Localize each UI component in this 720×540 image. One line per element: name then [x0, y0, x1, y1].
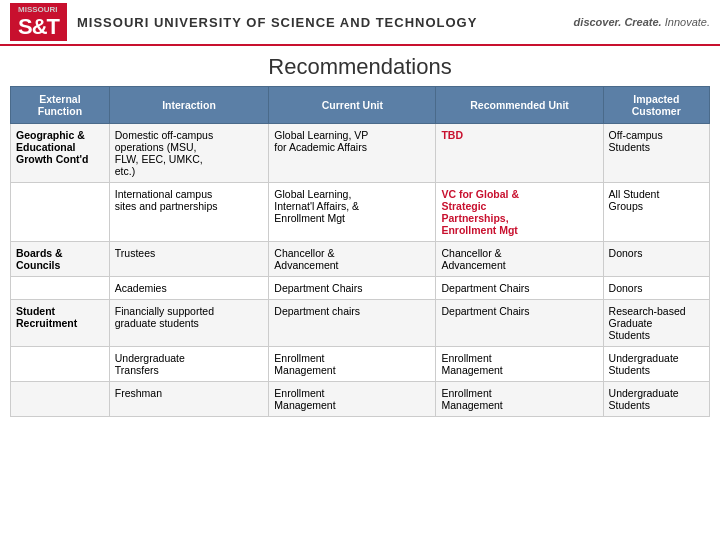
header: MISSOURI S&T Missouri University of Scie… [0, 0, 720, 46]
cell-int: UndergraduateTransfers [109, 347, 269, 382]
col-header-external: ExternalFunction [11, 87, 110, 124]
cell-imp: Off-campusStudents [603, 124, 709, 183]
table-row: AcademiesDepartment ChairsDepartment Cha… [11, 277, 710, 300]
cell-imp: Donors [603, 277, 709, 300]
col-header-recommended: Recommended Unit [436, 87, 603, 124]
logo-st: S&T [18, 14, 59, 40]
table-row: FreshmanEnrollmentManagementEnrollmentMa… [11, 382, 710, 417]
cell-rec: Department Chairs [436, 300, 603, 347]
cell-ext [11, 347, 110, 382]
cell-imp: All StudentGroups [603, 183, 709, 242]
university-name: Missouri University of Science and Techn… [77, 15, 574, 30]
cell-ext: StudentRecruitment [11, 300, 110, 347]
cell-cur: Department Chairs [269, 277, 436, 300]
cell-cur: Chancellor &Advancement [269, 242, 436, 277]
cell-cur: EnrollmentManagement [269, 347, 436, 382]
cell-cur: Department chairs [269, 300, 436, 347]
cell-ext [11, 382, 110, 417]
col-header-current: Current Unit [269, 87, 436, 124]
recommendations-table: ExternalFunction Interaction Current Uni… [10, 86, 710, 417]
table-row: UndergraduateTransfersEnrollmentManageme… [11, 347, 710, 382]
cell-imp: Research-basedGraduateStudents [603, 300, 709, 347]
cell-int: Domestic off-campusoperations (MSU,FLW, … [109, 124, 269, 183]
table-row: StudentRecruitmentFinancially supportedg… [11, 300, 710, 347]
cell-ext: Boards &Councils [11, 242, 110, 277]
table-row: Geographic &EducationalGrowth Cont'dDome… [11, 124, 710, 183]
cell-rec: EnrollmentManagement [436, 347, 603, 382]
table-row: Boards &CouncilsTrusteesChancellor &Adva… [11, 242, 710, 277]
tagline: discover. Create. Innovate. [574, 16, 710, 28]
tagline-suffix: Innovate. [665, 16, 710, 28]
cell-int: Freshman [109, 382, 269, 417]
cell-ext [11, 277, 110, 300]
cell-int: Financially supportedgraduate students [109, 300, 269, 347]
logo-state: MISSOURI [18, 5, 59, 14]
cell-rec: VC for Global &StrategicPartnerships,Enr… [436, 183, 603, 242]
table-header-row: ExternalFunction Interaction Current Uni… [11, 87, 710, 124]
cell-rec: Chancellor &Advancement [436, 242, 603, 277]
cell-int: Academies [109, 277, 269, 300]
cell-imp: Donors [603, 242, 709, 277]
cell-cur: Global Learning,Internat'l Affairs, &Enr… [269, 183, 436, 242]
logo: MISSOURI S&T [10, 3, 67, 41]
tagline-bold: Create. [624, 16, 661, 28]
table-row: International campussites and partnershi… [11, 183, 710, 242]
recommendations-table-wrap: ExternalFunction Interaction Current Uni… [0, 86, 720, 425]
cell-int: Trustees [109, 242, 269, 277]
col-header-interaction: Interaction [109, 87, 269, 124]
cell-rec: EnrollmentManagement [436, 382, 603, 417]
cell-cur: Global Learning, VPfor Academic Affairs [269, 124, 436, 183]
tagline-prefix: discover. [574, 16, 622, 28]
cell-int: International campussites and partnershi… [109, 183, 269, 242]
cell-rec: TBD [436, 124, 603, 183]
cell-imp: UndergraduateStudents [603, 347, 709, 382]
cell-imp: UndergraduateStudents [603, 382, 709, 417]
cell-cur: EnrollmentManagement [269, 382, 436, 417]
cell-ext [11, 183, 110, 242]
col-header-impacted: ImpactedCustomer [603, 87, 709, 124]
page-title: Recommendations [0, 46, 720, 86]
cell-rec: Department Chairs [436, 277, 603, 300]
cell-ext: Geographic &EducationalGrowth Cont'd [11, 124, 110, 183]
